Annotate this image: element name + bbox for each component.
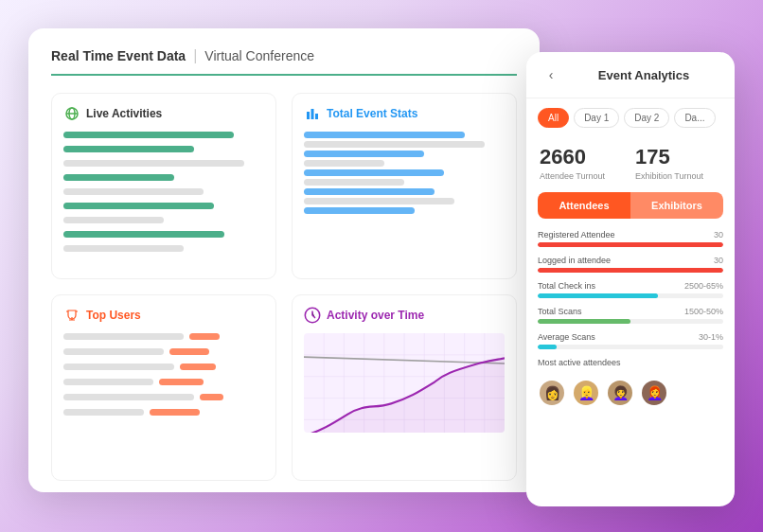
live-activities-header: Live Activities xyxy=(63,105,264,122)
header-divider: | xyxy=(193,47,197,64)
panel-header: ‹ Event Analytics xyxy=(526,52,735,98)
metric-avg-scans-fill xyxy=(538,345,557,349)
day-tabs: All Day 1 Day 2 Da... xyxy=(526,98,735,137)
most-active-label: Most active attendees xyxy=(526,358,735,371)
top-users-section: Top Users xyxy=(51,294,276,481)
metric-checkins-bg xyxy=(538,293,723,298)
metric-registered: Registered Attendee 30 xyxy=(538,230,723,247)
exhibition-label: Exhibition Turnout xyxy=(635,171,721,181)
user-row-1 xyxy=(63,333,264,343)
avatar-4: 👩‍🦰 xyxy=(640,379,668,407)
tab-day2[interactable]: Day 2 xyxy=(624,108,669,128)
stats-row: 2660 Attendee Turnout 175 Exhibition Tur… xyxy=(526,137,735,192)
svg-rect-5 xyxy=(315,114,318,119)
metric-loggedin-value: 30 xyxy=(714,256,723,265)
activity-over-time-title: Activity over Time xyxy=(327,309,424,322)
top-users-header: Top Users xyxy=(63,307,264,324)
metric-scans: Total Scans 1500-50% xyxy=(538,307,723,324)
total-event-stats-section: Total Event Stats xyxy=(292,93,517,279)
bar-a9 xyxy=(304,207,415,214)
attendee-label: Attendee Turnout xyxy=(540,171,626,181)
bar-a2 xyxy=(304,141,485,148)
metric-registered-bg xyxy=(538,242,723,247)
metric-loggedin-header: Logged in attendee 30 xyxy=(538,256,723,265)
user-bar-5 xyxy=(63,394,194,400)
bar-2 xyxy=(63,146,194,152)
user-score-5 xyxy=(200,394,223,400)
dashboard-header: Real Time Event Data | Virtual Conferenc… xyxy=(51,47,517,76)
metric-registered-name: Registered Attendee xyxy=(538,230,615,239)
dashboard-card: Real Time Event Data | Virtual Conferenc… xyxy=(28,28,540,492)
top-users-title: Top Users xyxy=(86,309,141,322)
metric-scans-bg xyxy=(538,319,723,324)
metric-registered-fill xyxy=(538,242,723,247)
back-button[interactable]: ‹ xyxy=(541,65,560,84)
bar-a4 xyxy=(304,160,384,167)
live-activities-title: Live Activities xyxy=(86,107,162,120)
user-score-2 xyxy=(169,348,209,355)
bar-a3 xyxy=(304,151,424,157)
panel-title: Event Analytics xyxy=(568,68,719,82)
svg-rect-3 xyxy=(307,112,310,119)
analytics-panel: ‹ Event Analytics All Day 1 Day 2 Da... … xyxy=(526,52,735,506)
dashboard-subtitle: Virtual Conference xyxy=(204,48,314,63)
user-score-4 xyxy=(159,379,204,385)
attendee-stat: 2660 Attendee Turnout xyxy=(540,145,626,181)
exhibition-stat: 175 Exhibition Turnout xyxy=(635,145,721,181)
metric-avg-scans-bg xyxy=(538,345,723,349)
metric-scans-value: 1500-50% xyxy=(684,307,723,316)
activity-over-time-header: Activity over Time xyxy=(304,307,505,324)
trophy-icon xyxy=(63,307,80,324)
bar-a7 xyxy=(304,188,435,195)
chart-icon xyxy=(304,105,321,122)
total-event-stats-header: Total Event Stats xyxy=(304,105,505,122)
user-score-6 xyxy=(150,409,200,416)
avatars-row: 👩 👱‍♀️ 👩‍🦱 👩‍🦰 xyxy=(526,371,735,415)
metric-avg-scans: Average Scans 30-1% xyxy=(538,332,723,349)
metric-scans-header: Total Scans 1500-50% xyxy=(538,307,723,316)
metric-checkins-name: Total Check ins xyxy=(538,281,595,291)
bar-4 xyxy=(63,174,174,181)
globe-icon xyxy=(63,105,80,122)
bar-7 xyxy=(63,217,164,223)
user-bar-2 xyxy=(63,348,164,355)
attendee-count: 2660 xyxy=(540,145,626,169)
user-bar-3 xyxy=(63,364,174,370)
user-bar-1 xyxy=(63,333,184,340)
avatar-2: 👱‍♀️ xyxy=(572,379,600,407)
avatar-3: 👩‍🦱 xyxy=(606,379,634,407)
metric-checkins-header: Total Check ins 2500-65% xyxy=(538,281,723,291)
tab-day3[interactable]: Da... xyxy=(674,108,715,128)
metric-checkins-value: 2500-65% xyxy=(684,281,723,291)
total-event-stats-bars xyxy=(304,132,505,214)
metric-loggedin-name: Logged in attendee xyxy=(538,256,611,265)
total-event-stats-title: Total Event Stats xyxy=(327,107,417,120)
attendees-toggle[interactable]: Attendees xyxy=(538,192,630,219)
tab-day1[interactable]: Day 1 xyxy=(574,108,619,128)
bar-a5 xyxy=(304,169,444,176)
dashboard-sections: Live Activities xyxy=(51,93,517,481)
metric-registered-value: 30 xyxy=(714,230,723,239)
user-bar-6 xyxy=(63,409,144,416)
stats-list: Registered Attendee 30 Logged in attende… xyxy=(526,230,735,358)
metric-registered-header: Registered Attendee 30 xyxy=(538,230,723,239)
user-bar-4 xyxy=(63,379,153,385)
user-row-6 xyxy=(63,409,264,418)
tab-all[interactable]: All xyxy=(538,108,569,128)
bar-a6 xyxy=(304,179,404,186)
bar-8 xyxy=(63,231,224,238)
avatar-1: 👩 xyxy=(538,379,566,407)
metric-loggedin-bg xyxy=(538,268,723,273)
dashboard-title: Real Time Event Data xyxy=(51,48,186,63)
toggle-row: Attendees Exhibitors xyxy=(538,192,723,219)
exhibitors-toggle[interactable]: Exhibitors xyxy=(630,192,723,219)
metric-avg-scans-header: Average Scans 30-1% xyxy=(538,332,723,342)
metric-avg-scans-name: Average Scans xyxy=(538,332,595,342)
bar-a8 xyxy=(304,198,454,204)
user-score-1 xyxy=(189,333,220,340)
live-activities-bars xyxy=(63,132,264,255)
metric-scans-name: Total Scans xyxy=(538,307,582,316)
exhibition-count: 175 xyxy=(635,145,721,169)
metric-checkins-fill xyxy=(538,293,658,298)
bar-9 xyxy=(63,245,184,252)
